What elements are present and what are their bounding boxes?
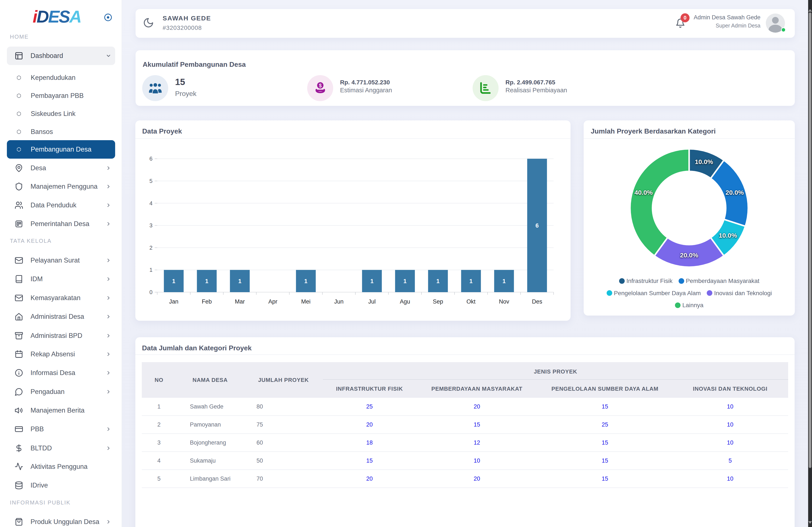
svg-text:Des: Des [532,298,542,305]
svg-text:1: 1 [370,278,374,284]
svg-text:1: 1 [149,267,153,273]
svg-text:Jun: Jun [334,298,344,305]
svg-text:Jul: Jul [368,298,376,305]
svg-text:1: 1 [469,278,473,284]
svg-text:1: 1 [304,278,307,284]
svg-text:5: 5 [149,178,153,184]
svg-text:3: 3 [149,222,153,229]
svg-text:Mar: Mar [235,298,245,305]
svg-text:Sep: Sep [433,298,443,305]
svg-text:6: 6 [149,155,153,162]
svg-text:1: 1 [403,278,407,284]
svg-text:Mei: Mei [301,298,310,305]
svg-text:6: 6 [536,222,539,229]
svg-text:$: $ [319,83,322,88]
svg-text:1: 1 [238,278,242,284]
svg-text:2: 2 [149,244,153,251]
svg-text:1: 1 [503,278,506,284]
svg-text:Nov: Nov [499,298,509,305]
svg-text:Apr: Apr [268,298,277,305]
svg-text:4: 4 [149,200,153,207]
svg-text:Feb: Feb [202,298,212,305]
svg-text:1: 1 [172,278,175,284]
svg-text:1: 1 [436,278,439,284]
svg-text:Agu: Agu [400,298,410,305]
svg-text:Okt: Okt [467,298,476,305]
svg-text:Jan: Jan [169,298,178,305]
svg-text:1: 1 [205,278,208,284]
svg-text:0: 0 [149,289,153,296]
